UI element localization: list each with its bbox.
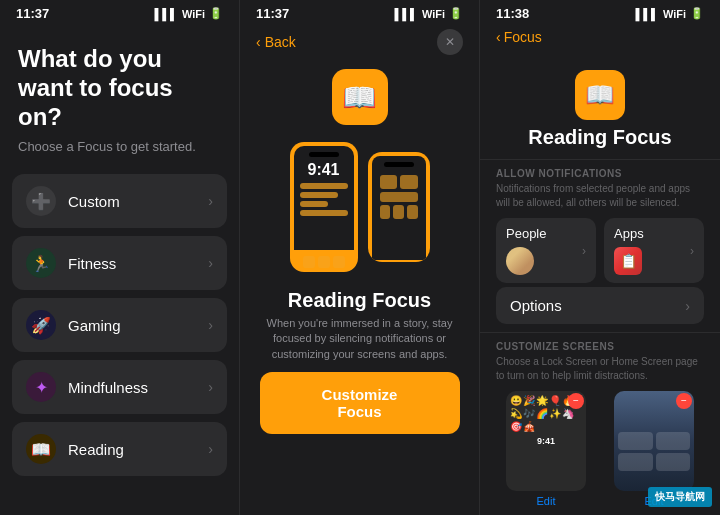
screen-remove-btn-2[interactable]: −: [676, 393, 692, 409]
status-time-2: 11:37: [256, 6, 289, 21]
status-bar-2: 11:37 ▌▌▌ WiFi 🔋: [240, 0, 479, 25]
status-icons-1: ▌▌▌ WiFi 🔋: [154, 7, 223, 20]
signal-icon-3: ▌▌▌: [635, 8, 658, 20]
screen-preview-emoji: − 😀🎉🌟 🎈🔥💫 🎶🌈✨ 🦄🎯🎪 9:41: [506, 391, 586, 491]
right-block-row-1: [380, 175, 418, 189]
status-icons-2: ▌▌▌ WiFi 🔋: [394, 7, 463, 20]
panel-reading-focus-settings: 11:38 ▌▌▌ WiFi 🔋 ‹ Focus 📖 Reading Focus…: [480, 0, 720, 515]
apps-icon: 📋: [614, 247, 642, 275]
back-button-3[interactable]: ‹ Focus: [496, 29, 704, 45]
people-apps-row: People › Apps 📋 ›: [496, 218, 704, 283]
back-chevron-icon-3: ‹: [496, 29, 501, 45]
panel3-reading-icon: 📖: [575, 70, 625, 120]
customize-focus-button[interactable]: Customize Focus: [260, 372, 460, 434]
battery-icon: 🔋: [209, 7, 223, 20]
screen-thumb-1: − 😀🎉🌟 🎈🔥💫 🎶🌈✨ 🦄🎯🎪 9:41 Edit: [496, 391, 596, 507]
apps-label: Apps: [614, 226, 644, 241]
people-content: People: [506, 226, 546, 275]
screen-preview-photo: −: [614, 391, 694, 491]
phone-bar-1: [300, 183, 348, 189]
photo-widget-3: [618, 453, 653, 471]
focus-item-custom[interactable]: ➕ Custom ›: [12, 174, 227, 228]
options-row[interactable]: Options ›: [496, 287, 704, 324]
people-label: People: [506, 226, 546, 241]
photo-widget-2: [656, 432, 691, 450]
options-label: Options: [510, 297, 562, 314]
allow-notifications-section: ALLOW NOTIFICATIONS Notifications from s…: [480, 159, 720, 332]
apps-content: Apps 📋: [614, 226, 644, 275]
options-chevron-icon: ›: [685, 298, 690, 314]
focus-label-mindfulness: Mindfulness: [68, 379, 208, 396]
screen-remove-btn-1[interactable]: −: [568, 393, 584, 409]
photo-widgets: [618, 432, 690, 471]
focus-list: ➕ Custom › 🏃 Fitness › 🚀 Gaming › ✦ Mind…: [0, 164, 239, 486]
focus-icon-gaming: 🚀: [26, 310, 56, 340]
chevron-icon-mindfulness: ›: [208, 379, 213, 395]
allow-notifications-label: ALLOW NOTIFICATIONS: [496, 168, 704, 179]
apps-box[interactable]: Apps 📋 ›: [604, 218, 704, 283]
allow-notifications-desc: Notifications from selected people and a…: [496, 182, 704, 210]
heading-area: What do you want to focus on? Choose a F…: [0, 25, 239, 164]
nav-bar-3: ‹ Focus: [480, 25, 720, 66]
status-icons-3: ▌▌▌ WiFi 🔋: [635, 7, 704, 20]
chevron-icon-reading: ›: [208, 441, 213, 457]
focus-item-fitness[interactable]: 🏃 Fitness ›: [12, 236, 227, 290]
customize-screens-desc: Choose a Lock Screen or Home Screen page…: [496, 355, 704, 383]
back-label-2: Back: [265, 34, 296, 50]
chevron-icon-gaming: ›: [208, 317, 213, 333]
focus-icon-fitness: 🏃: [26, 248, 56, 278]
wifi-icon-2: WiFi: [422, 8, 445, 20]
reading-focus-icon: 📖: [332, 69, 388, 125]
phone-dot-2: [318, 256, 330, 268]
close-button-2[interactable]: ✕: [437, 29, 463, 55]
focus-desc-2: When you're immersed in a story, stay fo…: [240, 316, 479, 362]
wifi-icon-3: WiFi: [663, 8, 686, 20]
phone-time-display: 9:41: [298, 161, 350, 179]
focus-title-2: Reading Focus: [288, 289, 431, 312]
phone-screen-right: [372, 156, 426, 260]
focus-item-gaming[interactable]: 🚀 Gaming ›: [12, 298, 227, 352]
status-bar-3: 11:38 ▌▌▌ WiFi 🔋: [480, 0, 720, 25]
signal-icon-2: ▌▌▌: [394, 8, 417, 20]
phone-mock-left: 9:41: [290, 142, 358, 272]
phone-dot-3: [333, 256, 345, 268]
page-subheading: Choose a Focus to get started.: [18, 139, 221, 154]
wifi-icon: WiFi: [182, 8, 205, 20]
panel3-header: 📖 Reading Focus: [480, 66, 720, 159]
nav-bar-2: ‹ Back ✕: [240, 25, 479, 63]
people-box[interactable]: People ›: [496, 218, 596, 283]
back-chevron-icon: ‹: [256, 34, 261, 50]
panel-focus-list: 11:37 ▌▌▌ WiFi 🔋 What do you want to foc…: [0, 0, 240, 515]
chevron-icon-custom: ›: [208, 193, 213, 209]
phone-bar-3: [300, 201, 329, 207]
phone-notch-right: [384, 162, 414, 167]
phone-mockups: 9:41: [290, 137, 430, 277]
back-label-3: Focus: [504, 29, 542, 45]
focus-label-reading: Reading: [68, 441, 208, 458]
people-chevron-icon: ›: [582, 244, 586, 258]
right-block-b: [400, 175, 418, 189]
photo-widget-1: [618, 432, 653, 450]
signal-icon: ▌▌▌: [154, 8, 177, 20]
photo-widget-4: [656, 453, 691, 471]
right-block-row-2: [380, 192, 418, 202]
phone-mock-right: [368, 152, 430, 262]
panel3-title: Reading Focus: [528, 126, 671, 149]
right-block-a: [380, 175, 398, 189]
right-block-e: [393, 205, 404, 219]
focus-item-reading[interactable]: 📖 Reading ›: [12, 422, 227, 476]
right-block-f: [407, 205, 418, 219]
chevron-icon-fitness: ›: [208, 255, 213, 271]
phone-bars: [300, 183, 348, 216]
back-button-2[interactable]: ‹ Back: [256, 34, 296, 50]
screen-edit-label-1[interactable]: Edit: [537, 495, 556, 507]
apps-chevron-icon: ›: [690, 244, 694, 258]
focus-item-mindfulness[interactable]: ✦ Mindfulness ›: [12, 360, 227, 414]
status-time-1: 11:37: [16, 6, 49, 21]
phone-screen-left: 9:41: [294, 146, 354, 250]
phone-notch-left: [309, 152, 339, 157]
phone-bar-4: [300, 210, 348, 216]
watermark: 快马导航网: [648, 487, 712, 507]
status-time-3: 11:38: [496, 6, 529, 21]
right-blocks: [376, 171, 422, 223]
